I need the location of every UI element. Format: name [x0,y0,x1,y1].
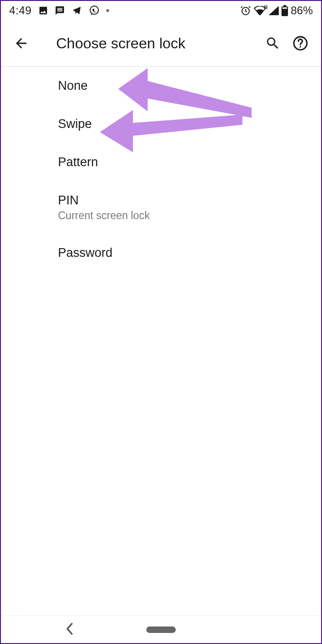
more-notifications-dot [106,9,109,12]
search-button[interactable] [259,29,287,57]
image-icon [38,6,48,16]
option-swipe[interactable]: Swipe [58,105,307,143]
option-sublabel: Current screen lock [58,209,307,222]
roaming-badge: R [264,5,268,10]
svg-point-6 [299,46,301,47]
message-icon [55,6,65,16]
option-pin[interactable]: PIN Current screen lock [58,181,307,234]
option-none[interactable]: None [58,67,307,105]
option-pattern[interactable]: Pattern [58,143,307,181]
battery-percentage: 86% [291,4,313,17]
signal-icon [269,6,279,15]
status-time: 4:49 [9,4,32,17]
option-label: None [58,79,307,93]
option-label: Swipe [58,117,307,131]
svg-rect-3 [283,5,286,7]
telegram-icon [71,6,82,16]
option-password[interactable]: Password [58,234,307,272]
nav-back-button[interactable] [65,622,75,637]
lock-options-list: None Swipe Pattern PIN Current screen lo… [1,67,321,272]
back-button[interactable] [12,34,30,52]
option-label: PIN [58,193,307,208]
app-bar: Choose screen lock [1,20,321,66]
page-title: Choose screen lock [56,35,259,52]
battery-icon [282,5,288,16]
alarm-icon [240,5,251,16]
help-button[interactable] [287,29,314,57]
option-label: Pattern [58,155,307,169]
wifi-icon: R [254,6,266,15]
option-label: Password [58,246,307,260]
whatsapp-icon [89,5,100,16]
navigation-bar [1,615,321,643]
nav-home-pill[interactable] [146,627,176,633]
svg-rect-4 [282,7,287,9]
status-bar: 4:49 R 86% [1,1,321,20]
